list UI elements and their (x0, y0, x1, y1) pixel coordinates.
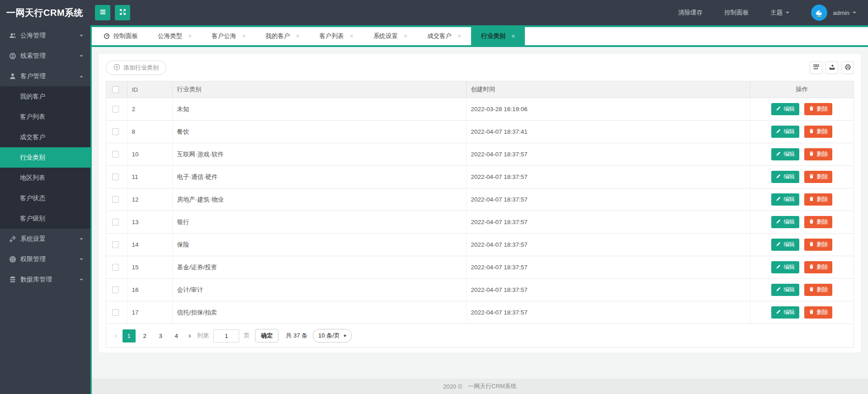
delete-button[interactable]: 删除 (804, 216, 832, 228)
delete-button[interactable]: 删除 (804, 306, 832, 319)
row-checkbox[interactable] (112, 219, 119, 225)
column-header-actions: 操作 (750, 81, 854, 98)
tab[interactable]: 成交客户 × (417, 27, 471, 45)
add-category-button[interactable]: 添加行业类别 (106, 61, 166, 75)
delete-button[interactable]: 删除 (804, 193, 832, 206)
table-row: 11 电子·通信·硬件 2022-04-07 18:37:57 编辑 (106, 166, 854, 188)
delete-button[interactable]: 删除 (804, 261, 832, 273)
tab[interactable]: 行业类别 × (471, 27, 525, 45)
sidebar-item[interactable]: 客户级别 (0, 208, 90, 229)
row-checkbox[interactable] (112, 174, 119, 180)
sidebar-item[interactable]: 客户列表 (0, 107, 90, 127)
delete-button[interactable]: 删除 (804, 148, 832, 160)
row-checkbox[interactable] (112, 128, 119, 135)
prev-page-button[interactable]: ‹ (112, 331, 120, 340)
sidebar-item[interactable]: 系统设置 (0, 229, 90, 249)
user-menu[interactable]: admin (811, 5, 856, 21)
delete-button[interactable]: 删除 (804, 171, 832, 183)
sidebar-item[interactable]: 数据库管理 (0, 269, 90, 290)
edit-button[interactable]: 编辑 (771, 239, 799, 251)
permissions-icon (9, 256, 16, 263)
cell-category: 未知 (172, 98, 466, 121)
cell-created: 2022-04-07 18:37:57 (466, 301, 750, 324)
pencil-icon (776, 106, 781, 113)
theme-label: 主题 (770, 9, 783, 17)
sidebar-item-label: 客户管理 (20, 72, 46, 80)
page-number-button[interactable]: 2 (138, 329, 151, 342)
row-checkbox[interactable] (112, 309, 119, 316)
chevron-icon (80, 55, 83, 59)
pencil-icon (776, 309, 781, 316)
edit-button[interactable]: 编辑 (771, 126, 799, 138)
sidebar-item[interactable]: 成交客户 (0, 127, 90, 147)
tab[interactable]: 我的客户 × (255, 27, 309, 45)
export-button[interactable] (826, 61, 838, 74)
sidebar-item[interactable]: 权限管理 (0, 249, 90, 269)
table-row: 16 会计/审计 2022-04-07 18:37:57 编辑 (106, 279, 854, 301)
edit-button[interactable]: 编辑 (771, 193, 799, 206)
select-all-checkbox[interactable] (112, 86, 119, 93)
clear-cache-link[interactable]: 清除缓存 (678, 9, 703, 17)
tab[interactable]: 公海类型 × (148, 27, 202, 45)
dashboard-link[interactable]: 控制面板 (724, 9, 749, 17)
close-icon[interactable]: × (458, 33, 461, 39)
row-checkbox[interactable] (112, 286, 119, 293)
theme-menu[interactable]: 主题 (770, 9, 789, 17)
delete-button[interactable]: 删除 (804, 126, 832, 138)
close-icon[interactable]: × (296, 33, 299, 39)
close-icon[interactable]: × (511, 33, 515, 39)
page-number-button[interactable]: 1 (123, 329, 136, 342)
page-size-select[interactable]: 10 条/页 (313, 329, 352, 342)
tab-label: 控制面板 (113, 32, 138, 40)
cell-id: 17 (127, 301, 172, 324)
sidebar-item[interactable]: 我的客户 (0, 86, 90, 107)
tab[interactable]: 系统设置 × (363, 27, 417, 45)
row-checkbox[interactable] (112, 151, 119, 158)
row-checkbox[interactable] (112, 241, 119, 248)
close-icon[interactable]: × (350, 33, 354, 39)
delete-button[interactable]: 删除 (804, 103, 832, 115)
row-checkbox[interactable] (112, 264, 119, 271)
delete-button[interactable]: 删除 (804, 284, 832, 296)
edit-button[interactable]: 编辑 (771, 284, 799, 296)
edit-button[interactable]: 编辑 (771, 148, 799, 160)
sidebar-item-label: 线索管理 (20, 52, 46, 60)
delete-button[interactable]: 删除 (804, 239, 832, 251)
confirm-button[interactable]: 确定 (255, 329, 278, 342)
tab[interactable]: 控制面板 (94, 27, 148, 45)
edit-button[interactable]: 编辑 (771, 216, 799, 228)
tab[interactable]: 客户公海 × (202, 27, 255, 45)
page-number-button[interactable]: 3 (154, 329, 167, 342)
edit-button[interactable]: 编辑 (771, 103, 799, 115)
cell-created: 2022-03-28 16:19:06 (466, 98, 750, 121)
close-icon[interactable]: × (242, 33, 245, 39)
pencil-icon (776, 174, 781, 180)
close-icon[interactable]: × (188, 33, 192, 39)
edit-button[interactable]: 编辑 (771, 171, 799, 183)
sidebar-item[interactable]: 线索管理 (0, 46, 90, 66)
close-icon[interactable]: × (404, 33, 407, 39)
next-page-button[interactable]: › (186, 331, 194, 340)
username-dropdown[interactable]: admin (833, 9, 856, 16)
sidebar-item[interactable]: 客户状态 (0, 188, 90, 208)
goto-page-input[interactable] (213, 329, 239, 342)
delete-label: 删除 (816, 173, 828, 181)
row-checkbox[interactable] (112, 106, 119, 113)
sidebar-item[interactable]: 公海管理 (0, 25, 90, 46)
page-number-button[interactable]: 4 (170, 329, 183, 342)
sidebar-item[interactable]: 行业类别 (0, 147, 90, 168)
sidebar-toggle-button[interactable] (95, 5, 110, 20)
print-button[interactable] (841, 61, 854, 74)
cell-created: 2022-04-07 18:37:41 (466, 121, 750, 143)
avatar[interactable] (811, 5, 827, 21)
edit-button[interactable]: 编辑 (771, 261, 799, 273)
sidebar-item[interactable]: 客户管理 (0, 66, 90, 86)
fullscreen-button[interactable] (115, 5, 130, 20)
row-checkbox[interactable] (112, 196, 119, 203)
columns-button[interactable] (810, 61, 822, 74)
trash-icon (809, 174, 814, 180)
sidebar-item[interactable]: 地区列表 (0, 168, 90, 188)
username-label: admin (833, 9, 849, 16)
edit-button[interactable]: 编辑 (771, 306, 799, 319)
tab[interactable]: 客户列表 × (310, 27, 363, 45)
